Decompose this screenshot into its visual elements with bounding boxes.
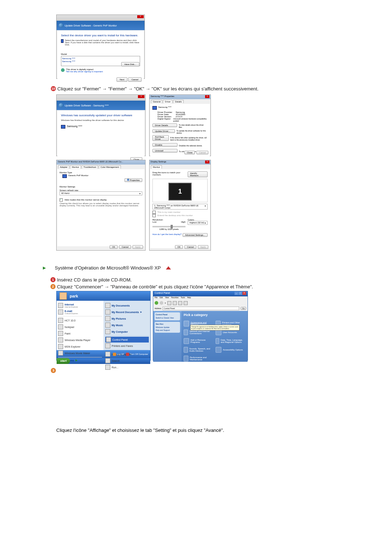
uninstall-button[interactable]: Uninstall: [152, 149, 177, 153]
accessibility-icon: [216, 347, 221, 353]
start-right-column: My Documents My Recent Documents ▸ My Pi…: [104, 301, 151, 350]
menu-my-pictures[interactable]: My Pictures: [105, 315, 149, 322]
menu-recent-docs[interactable]: My Recent Documents ▸: [105, 309, 149, 315]
tab-adapter[interactable]: Adapter: [58, 165, 69, 169]
disable-button[interactable]: Disable: [152, 143, 177, 147]
back-icon[interactable]: [155, 301, 158, 305]
colors-select[interactable]: Highest (32 bit) ▾: [188, 221, 208, 225]
chevron-right-icon: ▸: [140, 311, 142, 313]
menu-printers[interactable]: Printers and Faxes: [105, 343, 149, 349]
cancel-button[interactable]: Cancel: [119, 245, 131, 249]
logoff-button[interactable]: Log Off: [113, 353, 124, 356]
rollback-driver-button[interactable]: Roll Back Driver: [152, 135, 169, 141]
menu-paint[interactable]: Paint: [58, 330, 102, 337]
tab-general[interactable]: General: [151, 100, 162, 103]
switch-view-link[interactable]: Switch to Classic View: [156, 316, 179, 319]
next-button[interactable]: Next: [117, 77, 127, 82]
menu-email[interactable]: E-mailOutlook Express: [58, 309, 102, 315]
menu-internet[interactable]: InternetInternet Explorer: [58, 302, 102, 309]
tab-driver[interactable]: Driver: [163, 100, 172, 103]
maximize-icon[interactable]: □: [238, 292, 242, 295]
forward-icon[interactable]: [160, 301, 163, 305]
menu-my-computer[interactable]: My Computer: [105, 328, 149, 335]
tab-troubleshoot[interactable]: Troubleshoot: [82, 165, 98, 169]
advanced-settings-button[interactable]: Advanced Settings...: [183, 233, 208, 237]
address-input[interactable]: [163, 307, 239, 310]
hide-modes-checkbox[interactable]: [60, 198, 63, 202]
monitor-select[interactable]: 1. Samsung **** on NVIDIA GeForce 6600 L…: [152, 204, 208, 210]
extend-desktop-label: Extend the desktop onto this monitor: [158, 214, 193, 216]
close-icon[interactable]: X: [242, 292, 246, 295]
breadcrumb-text: Update Driver Software - Generic PnP Mon…: [65, 24, 117, 27]
step-number-10: 10: [51, 86, 56, 91]
app-icon: [58, 318, 63, 323]
menu-my-music[interactable]: My Music: [105, 322, 149, 328]
update-driver-button[interactable]: Update Driver...: [152, 129, 175, 133]
cat-date-time[interactable]: Date, Time, Language, and Regional Optio…: [216, 337, 245, 345]
cat-sounds[interactable]: Sounds, Speech, and Audio Devices: [184, 346, 213, 354]
menu-wmp[interactable]: Windows Media Player: [58, 337, 102, 343]
cancel-button[interactable]: Cancel: [128, 77, 142, 82]
turnoff-button[interactable]: Turn Off Computer: [126, 353, 148, 356]
menu-hct[interactable]: HCT 10.0: [58, 317, 102, 324]
cat-performance[interactable]: Performance and Maintenance: [184, 355, 213, 362]
tab-monitor[interactable]: Monitor: [151, 165, 162, 169]
properties-button[interactable]: Properties: [124, 178, 142, 182]
folders-icon[interactable]: [178, 301, 182, 305]
menu-notepad[interactable]: Notepad: [58, 324, 102, 330]
go-button[interactable]: Go: [241, 307, 246, 310]
menu-sub: Outlook Express: [65, 312, 78, 315]
back-icon[interactable]: [59, 23, 63, 28]
cancel-button[interactable]: Cancel: [184, 245, 196, 249]
close-icon[interactable]: X: [205, 95, 209, 98]
up-icon[interactable]: [167, 301, 171, 305]
resolution-slider[interactable]: [152, 226, 185, 227]
help-link[interactable]: Help and Support: [156, 329, 179, 332]
menu-run[interactable]: Run...: [105, 364, 149, 370]
minimize-icon[interactable]: _: [234, 292, 238, 295]
windows-update-link[interactable]: Windows Update: [156, 326, 179, 329]
cat-add-remove[interactable]: Add or Remove Programs: [184, 337, 213, 345]
model-item[interactable]: Samsung ****: [62, 57, 139, 60]
menu-view[interactable]: View: [165, 296, 169, 300]
shield-icon: [127, 179, 129, 181]
back-icon[interactable]: [59, 103, 63, 108]
menu-control-panel[interactable]: Control Panel: [105, 337, 149, 343]
tab-color[interactable]: Color Management: [99, 165, 121, 169]
menu-file[interactable]: File: [155, 296, 158, 300]
identify-monitors-button[interactable]: Identify Monitors: [188, 171, 208, 177]
tab-monitor[interactable]: Monitor: [70, 165, 81, 169]
close-icon[interactable]: X: [205, 161, 209, 163]
logoff-icon: [113, 353, 116, 356]
search-icon[interactable]: [173, 301, 177, 305]
menu-search[interactable]: Search: [105, 357, 149, 364]
signature-link[interactable]: Tell me why driver signing is important: [66, 70, 103, 73]
cat-appearance[interactable]: Appearance and Themes Change the appeara…: [184, 320, 213, 328]
views-icon[interactable]: [184, 301, 188, 305]
tab-details[interactable]: Details: [173, 100, 183, 103]
menu-edit[interactable]: Edit: [160, 296, 163, 300]
ok-button[interactable]: OK: [175, 245, 183, 249]
menu-favorites[interactable]: Favorites: [171, 296, 179, 300]
driver-details-button[interactable]: Driver Details: [152, 123, 177, 127]
ok-button[interactable]: OK: [110, 245, 118, 249]
menu-my-documents[interactable]: My Documents: [105, 302, 149, 309]
close-icon[interactable]: X: [138, 95, 144, 98]
close-icon[interactable]: X: [137, 15, 144, 18]
have-disk-button[interactable]: Have Disk...: [121, 62, 139, 66]
help-icon: [105, 352, 110, 357]
start-button[interactable]: start: [57, 358, 70, 364]
menu-tools[interactable]: Tools: [181, 296, 185, 300]
monitor-preview-icon[interactable]: 1: [168, 183, 192, 200]
cat-accessibility[interactable]: Accessibility Options: [216, 346, 245, 354]
up-arrow-icon[interactable]: [166, 266, 171, 270]
refresh-rate-select[interactable]: 60 Hertz ▾: [60, 191, 142, 195]
menu-msn[interactable]: MSN Explorer: [58, 343, 102, 350]
close-button[interactable]: Close: [184, 151, 195, 154]
appearance-icon: [184, 321, 189, 327]
folder-icon: [105, 323, 110, 328]
best-display-link[interactable]: How do I get the best display?: [152, 233, 181, 237]
menu-help[interactable]: Help: [187, 296, 191, 300]
menu-moviemaker[interactable]: Windows Movie Maker: [58, 350, 102, 356]
run-icon: [105, 365, 110, 370]
